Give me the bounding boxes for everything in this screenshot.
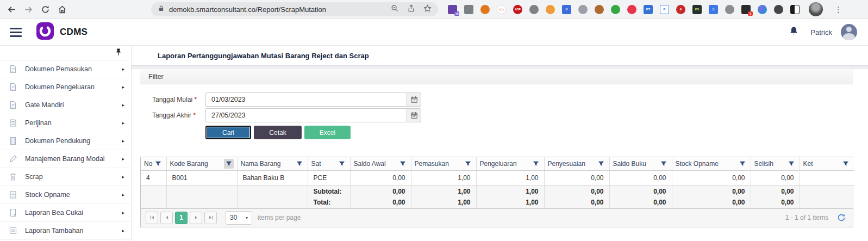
cetak-button[interactable]: Cetak: [254, 126, 302, 139]
extension-icon-robot[interactable]: [725, 5, 734, 14]
sidebar-item-stock-opname[interactable]: Stock Opname ▸: [0, 186, 131, 204]
extension-icon-metamask[interactable]: [480, 5, 490, 14]
notifications-bell-icon[interactable]: [789, 26, 798, 38]
sidebar-item-laporan-tambahan[interactable]: Laporan Tambahan ▸: [0, 222, 131, 240]
extension-icon-code-brackets[interactable]: <>: [497, 5, 506, 14]
filter-funnel-icon-saldo-buku[interactable]: [659, 159, 669, 169]
col-no[interactable]: No: [141, 157, 166, 170]
tanggal-mulai-input[interactable]: [205, 92, 407, 107]
extension-icon-cookie[interactable]: [595, 5, 604, 14]
document-in-icon: [8, 65, 18, 73]
extension-icon-dark-mode[interactable]: [790, 5, 800, 14]
extension-icon-blue-dot[interactable]: ○: [709, 5, 718, 14]
filter-funnel-icon-no[interactable]: [153, 159, 163, 169]
cell-no: 4: [141, 170, 166, 185]
back-icon[interactable]: [4, 2, 19, 17]
hamburger-menu-icon[interactable]: [10, 28, 22, 37]
filter-funnel-icon-saldo-awal[interactable]: [398, 159, 408, 169]
extension-icon-honey[interactable]: [546, 5, 555, 14]
col-penyesuaian[interactable]: Penyesuaian: [544, 157, 609, 170]
page-size-select[interactable]: 30▾: [226, 211, 252, 225]
bookmark-star-icon[interactable]: [423, 4, 432, 15]
col-nama-barang[interactable]: Nama Barang: [237, 157, 308, 170]
col-stock-opname[interactable]: Stock Opname: [672, 157, 751, 170]
browser-menu-icon[interactable]: ⋮: [834, 5, 842, 14]
cell-saldo-buku: 0,00: [609, 170, 672, 185]
filter-funnel-icon-nama-barang[interactable]: [295, 159, 304, 169]
sidebar-item-perijinan[interactable]: Perijinan ▸: [0, 114, 131, 132]
next-page-icon[interactable]: [190, 212, 202, 224]
browser-toolbar: demokb.smartconsultant.co/Report/ScrapMu…: [0, 0, 868, 19]
extensions-row: 15 <> ABP V FT R 9 FS ○ 1 ⋮: [448, 2, 848, 16]
chevron-right-icon: ▸: [122, 84, 124, 90]
table-footer-row: Subtotal: Total: 0,000,00 1,001,00 1,001…: [141, 185, 854, 208]
sidebar-item-gate-mandiri[interactable]: Gate Mandiri ▸: [0, 96, 131, 114]
extension-icon-shield-v[interactable]: V: [562, 5, 571, 14]
previous-page-icon[interactable]: [160, 212, 173, 224]
extension-icon-notifier[interactable]: 1: [741, 5, 751, 14]
sidebar-item-label: Laporan Tambahan: [25, 227, 122, 234]
forward-icon[interactable]: [21, 2, 36, 17]
url-bar[interactable]: demokb.smartconsultant.co/Report/ScrapMu…: [151, 2, 438, 16]
tanggal-akhir-input[interactable]: [205, 108, 407, 122]
extension-icon-adblock-plus[interactable]: ABP: [513, 5, 522, 14]
last-page-icon[interactable]: [204, 212, 217, 224]
extension-icon-camera[interactable]: [529, 5, 539, 14]
col-pengeluaran[interactable]: Pengeluaran: [476, 157, 544, 170]
col-pemasukan[interactable]: Pemasukan: [411, 157, 476, 170]
filter-funnel-icon-ket[interactable]: [841, 159, 851, 169]
extension-icon-ublock[interactable]: [464, 5, 473, 14]
refresh-icon[interactable]: [837, 213, 846, 222]
col-saldo-buku[interactable]: Saldo Buku: [609, 157, 672, 170]
extension-icon-ft[interactable]: FT: [644, 5, 653, 14]
filter-funnel-icon-penyesuaian[interactable]: [596, 159, 606, 169]
document-out-icon: [8, 83, 18, 91]
col-saldo-awal[interactable]: Saldo Awal: [350, 157, 411, 170]
extension-icon-green-app[interactable]: [611, 5, 620, 14]
extension-icon-shield-r[interactable]: R: [660, 5, 669, 14]
excel-button[interactable]: Excel: [304, 126, 351, 139]
extension-icon-puzzle[interactable]: [774, 5, 783, 14]
tanggal-akhir-calendar-icon[interactable]: [407, 108, 421, 122]
browser-profile-avatar[interactable]: [809, 2, 823, 16]
filter-funnel-icon-pengeluaran[interactable]: [531, 159, 541, 169]
filter-funnel-icon-stock-opname[interactable]: [738, 159, 747, 169]
filter-funnel-icon-selisih[interactable]: [786, 159, 796, 169]
col-ket[interactable]: Ket: [800, 157, 854, 170]
share-icon[interactable]: [407, 4, 415, 15]
filter-funnel-icon-pemasukan[interactable]: [463, 159, 473, 169]
sidebar-item-manajemen-barang-modal[interactable]: Manajemen Barang Modal ▸: [0, 150, 131, 168]
col-kode-barang[interactable]: Kode Barang: [166, 157, 237, 170]
reload-icon[interactable]: [38, 2, 53, 17]
col-selisih[interactable]: Selisih: [751, 157, 800, 170]
home-icon[interactable]: [55, 2, 70, 17]
sidebar-item-dokumen-pengeluaran[interactable]: Dokumen Pengeluaran ▸: [0, 78, 131, 96]
extension-icon-red-app[interactable]: [627, 5, 636, 14]
cdms-logo-icon: [36, 22, 54, 42]
extension-icon-fs[interactable]: FS: [692, 5, 702, 14]
cari-button[interactable]: Cari: [205, 126, 251, 139]
first-page-icon[interactable]: [146, 212, 158, 224]
tanggal-mulai-calendar-icon[interactable]: [407, 92, 421, 107]
extension-icon-orb[interactable]: [758, 5, 767, 14]
filter-funnel-icon-kode-barang[interactable]: [224, 159, 234, 169]
filter-funnel-icon-sat[interactable]: [337, 159, 347, 169]
tanggal-mulai-row: Tanggal Mulai *: [132, 92, 868, 107]
items-per-page-label: items per page: [258, 214, 301, 221]
user-avatar[interactable]: [841, 24, 857, 40]
pin-icon[interactable]: [115, 48, 122, 58]
sidebar-item-dokumen-pendukung[interactable]: Dokumen Pendukung ▸: [0, 132, 131, 150]
sidebar-item-scrap[interactable]: Scrap ▸: [0, 168, 131, 186]
sidebar-item-dokumen-pemasukan[interactable]: Dokumen Pemasukan ▸: [0, 60, 131, 78]
page-number-button[interactable]: 1: [175, 212, 188, 224]
extension-icon-globe[interactable]: [578, 5, 588, 14]
extension-icon-map-pin[interactable]: 9: [676, 5, 685, 14]
user-name[interactable]: Patrick: [810, 28, 832, 36]
zoom-out-icon[interactable]: [391, 4, 399, 15]
sidebar-item-laporan-bea-cukai[interactable]: Laporan Bea Cukai ▸: [0, 204, 131, 222]
sidebar-pin-row: [0, 46, 131, 60]
col-sat[interactable]: Sat: [308, 157, 350, 170]
footer-selisih: 0,000,00: [751, 185, 800, 208]
sidebar-item-label: Laporan Bea Cukai: [25, 209, 122, 217]
extension-icon-adguard[interactable]: 15: [448, 5, 457, 14]
